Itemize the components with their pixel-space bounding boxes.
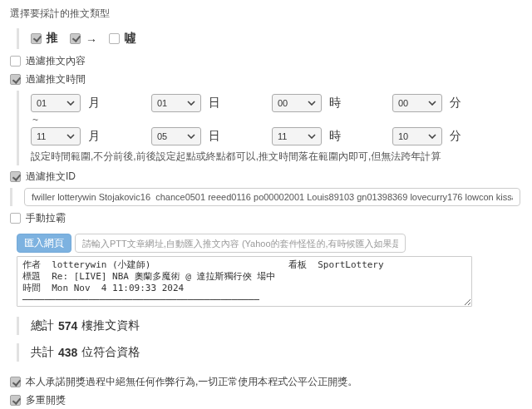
arrow-checkbox[interactable]: [70, 33, 81, 44]
content-filter-checkbox[interactable]: [10, 56, 21, 67]
multi-draw-row[interactable]: 多重開獎: [10, 393, 524, 407]
article-url-input[interactable]: [75, 234, 406, 253]
time-range-separator: ~: [32, 114, 524, 126]
to-hour-select[interactable]: 11: [272, 127, 322, 145]
import-row: 匯入網頁: [17, 234, 524, 253]
content-filter-row[interactable]: 過濾推文內容: [10, 54, 524, 68]
time-filter-label: 過濾推文時間: [26, 72, 86, 86]
arrow-label: →: [86, 32, 97, 45]
fairness-promise-row[interactable]: 本人承諾開獎過程中絕無任何作弊行為,一切正常使用本程式公平公正開獎。: [10, 375, 524, 389]
chevron-down-icon: [308, 101, 316, 106]
day-unit-label: 日: [209, 96, 220, 111]
hour-unit-label: 時: [329, 129, 341, 144]
month-unit-label: 月: [88, 96, 100, 111]
boo-checkbox[interactable]: [109, 33, 120, 44]
article-content-textarea[interactable]: 作者 lotterywin (小建師) 看板 SportLottery 標題 R…: [17, 256, 472, 307]
total-count: 574: [58, 319, 77, 333]
chevron-down-icon: [428, 101, 436, 106]
to-minute-select[interactable]: 10: [392, 127, 442, 145]
push-label: 推: [47, 31, 58, 46]
id-filter-checkbox[interactable]: [10, 171, 21, 182]
push-type-option-arrow[interactable]: →: [70, 32, 97, 45]
multi-draw-label: 多重開獎: [26, 393, 66, 407]
time-from-row: 01 月 01 日 00 時 00: [31, 94, 524, 112]
push-type-option-boo[interactable]: 噓: [109, 31, 136, 46]
push-type-group: 推 → 噓: [17, 28, 524, 49]
to-month-select[interactable]: 11: [31, 127, 81, 145]
page-title: 選擇要採計的推文類型: [10, 7, 524, 21]
month-unit-label: 月: [88, 129, 100, 144]
chevron-down-icon: [187, 134, 195, 139]
push-checkbox[interactable]: [31, 33, 42, 44]
time-range-note: 設定時間範圍,不分前後,前後設定起點或終點都可以,推文時間落在範圍內即可,但無法…: [31, 150, 524, 164]
from-month-select[interactable]: 01: [31, 94, 81, 112]
manual-slot-checkbox[interactable]: [10, 213, 21, 224]
qualified-prefix: 共計: [31, 345, 54, 360]
qualified-suffix: 位符合資格: [81, 345, 140, 360]
day-unit-label: 日: [209, 129, 220, 144]
id-filter-row[interactable]: 過濾推文ID: [10, 170, 524, 184]
lottery-tool-page: 選擇要採計的推文類型 推 → 噓 過濾推文內容 過濾推文時間 01: [0, 0, 532, 409]
time-range-group: 01 月 01 日 00 時 00: [17, 91, 524, 165]
fairness-promise-checkbox[interactable]: [10, 377, 21, 387]
manual-slot-row[interactable]: 手動拉霸: [10, 211, 524, 225]
id-filter-label: 過濾推文ID: [26, 170, 76, 184]
chevron-down-icon: [428, 134, 436, 139]
time-to-row: 11 月 05 日 11 時 10: [31, 127, 524, 145]
minute-unit-label: 分: [450, 96, 461, 111]
total-suffix: 樓推文資料: [81, 318, 140, 333]
push-type-option-push[interactable]: 推: [31, 31, 58, 46]
chevron-down-icon: [187, 101, 195, 106]
from-minute-select[interactable]: 00: [392, 94, 442, 112]
qualified-users-stat: 共計 438 位符合資格: [17, 343, 524, 362]
manual-slot-label: 手動拉霸: [26, 211, 66, 225]
multi-draw-checkbox[interactable]: [10, 395, 21, 406]
boo-label: 噓: [125, 31, 136, 46]
total-comments-stat: 總計 574 樓推文資料: [17, 317, 524, 335]
time-filter-checkbox[interactable]: [10, 74, 21, 85]
import-url-button[interactable]: 匯入網頁: [17, 234, 71, 253]
chevron-down-icon: [66, 134, 75, 139]
content-filter-label: 過濾推文內容: [26, 54, 86, 68]
id-list-group: [10, 188, 524, 206]
from-hour-select[interactable]: 00: [272, 94, 322, 112]
hour-unit-label: 時: [329, 96, 341, 111]
qualified-count: 438: [58, 346, 77, 359]
fairness-promise-label: 本人承諾開獎過程中絕無任何作弊行為,一切正常使用本程式公平公正開獎。: [26, 375, 357, 389]
id-list-input[interactable]: [24, 188, 520, 206]
to-day-select[interactable]: 05: [151, 127, 201, 145]
time-filter-row[interactable]: 過濾推文時間: [10, 72, 524, 86]
chevron-down-icon: [308, 134, 316, 139]
from-day-select[interactable]: 01: [151, 94, 201, 112]
total-prefix: 總計: [31, 318, 54, 333]
minute-unit-label: 分: [450, 129, 461, 144]
chevron-down-icon: [66, 101, 75, 106]
